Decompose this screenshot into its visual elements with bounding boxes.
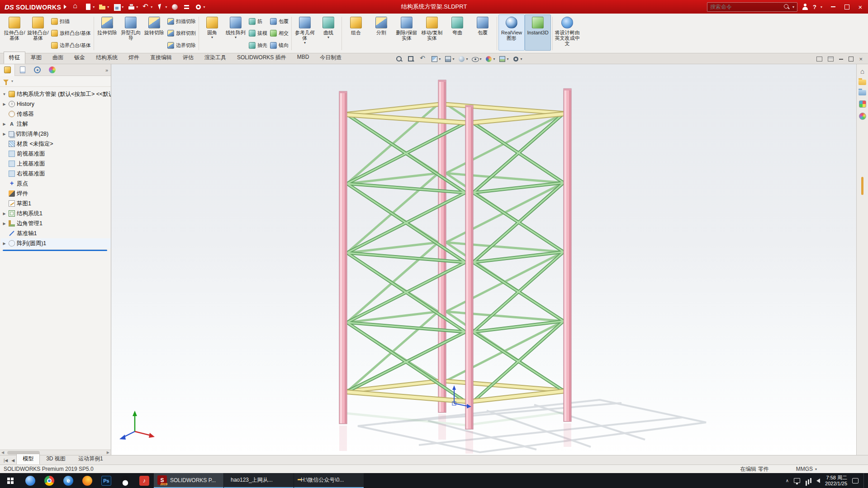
expand-icon[interactable]: ▶	[2, 242, 7, 246]
restore-doc-icon[interactable]	[849, 57, 854, 62]
ribbon-button[interactable]: 包覆	[470, 14, 495, 51]
commandmanager-tab[interactable]: 结构系统	[90, 52, 123, 64]
design-library-icon[interactable]	[859, 80, 866, 85]
chevron-down-icon[interactable]: ▾	[520, 57, 522, 61]
tree-item[interactable]: 右视基准面	[1, 169, 111, 179]
ribbon-button[interactable]: 线性阵列 ▾	[224, 14, 247, 51]
commandmanager-tab[interactable]: SOLIDWORKS 插件	[232, 52, 292, 64]
graphics-viewport[interactable]	[111, 64, 856, 455]
tree-item[interactable]: 上视基准面	[1, 159, 111, 169]
view-toolbar-button[interactable]: ▾	[443, 55, 455, 63]
taskpane-scroll-indicator[interactable]	[861, 177, 863, 195]
tab-feature-manager[interactable]	[0, 64, 15, 76]
taskbar-app-chrome[interactable]	[40, 473, 59, 488]
taskbar-window-button[interactable]: H:\微信公众号\0...	[294, 473, 364, 488]
minimize-doc-icon[interactable]	[839, 59, 843, 60]
commandmanager-tab[interactable]: 草图	[25, 52, 47, 64]
ribbon-button[interactable]: 相交	[270, 30, 289, 37]
commandmanager-tab[interactable]: 直接编辑	[145, 52, 177, 64]
commandmanager-tab[interactable]: 渲染工具	[199, 52, 232, 64]
ribbon-button[interactable]: 边界切除	[167, 42, 196, 49]
expand-icon[interactable]: ▶	[2, 122, 7, 126]
ribbon-button[interactable]: 曲线 ▾	[317, 14, 340, 51]
ribbon-button[interactable]: RealView图形	[498, 14, 525, 51]
filter-funnel-icon[interactable]	[3, 80, 9, 83]
model-3d-view[interactable]	[111, 64, 856, 455]
commandmanager-tab[interactable]: 特征	[4, 52, 25, 64]
chevron-down-icon[interactable]: ▾	[821, 5, 822, 9]
chevron-down-icon[interactable]: ▾	[452, 57, 454, 61]
appearances-scenes-icon[interactable]	[859, 113, 866, 120]
volume-tray-icon[interactable]	[816, 479, 820, 483]
show-desktop-button[interactable]	[863, 473, 866, 488]
commandmanager-tab[interactable]: 曲面	[47, 52, 69, 64]
ribbon-button[interactable]: 移动/复制实体	[419, 14, 445, 51]
tree-item[interactable]: ▶ 结构系统1	[1, 208, 111, 218]
view-toolbar-button[interactable]: ▾	[470, 55, 482, 63]
taskbar-window-button[interactable]: hao123_上网从...	[224, 473, 294, 488]
taskbar-app-edge[interactable]: e	[59, 473, 78, 488]
commandmanager-tab[interactable]: 焊件	[123, 52, 145, 64]
tree-item[interactable]: ▶ 注解	[1, 119, 111, 129]
taskbar-clock[interactable]: 7:58 周二 2022/1/25	[825, 475, 847, 487]
ribbon-button[interactable]: 拔模	[249, 30, 267, 37]
save-button[interactable]: ▾	[112, 1, 125, 12]
ribbon-button[interactable]: 组合	[343, 14, 369, 51]
taskbar-app-music[interactable]: ♪	[135, 473, 154, 488]
tab-appearances[interactable]	[45, 64, 60, 76]
ribbon-button[interactable]: 旋转凸台/基体	[26, 14, 50, 51]
view-toolbar-button[interactable]	[418, 55, 428, 63]
ribbon-button[interactable]: 将设计树由英文改成中文	[554, 14, 580, 51]
taskbar-window-button[interactable]: S2019 SOLIDWORKS P...	[154, 473, 223, 488]
taskbar-app-qq[interactable]	[116, 473, 135, 488]
chevron-down-icon[interactable]: ▾	[792, 5, 794, 9]
taskbar-app-photoshop[interactable]: Ps	[97, 473, 116, 488]
ribbon-button[interactable]: 包覆	[270, 18, 289, 25]
start-button[interactable]	[0, 473, 21, 488]
ribbon-button[interactable]: 边界凸台/基体	[51, 42, 91, 49]
ribbon-button[interactable]: 放样切割	[167, 30, 196, 37]
document-tab[interactable]: 3D 视图	[40, 454, 72, 464]
close-button[interactable]: ×	[854, 0, 867, 14]
tree-item[interactable]: ▶ 阵列(圆周)1	[1, 238, 111, 248]
command-search[interactable]: ▾	[707, 2, 797, 12]
tile-window-icon[interactable]	[828, 57, 834, 62]
commandmanager-tab[interactable]: 评估	[177, 52, 199, 64]
chevron-down-icon[interactable]: ▾	[493, 57, 495, 61]
tab-property-manager[interactable]	[15, 64, 30, 76]
network-tray-icon[interactable]	[805, 478, 811, 483]
ribbon-button[interactable]: 删除/保留实体	[394, 14, 419, 51]
tree-item[interactable]: 草图1	[1, 199, 111, 208]
scroll-tabs-start-icon[interactable]: |◀	[2, 458, 9, 464]
tree-item[interactable]: 材质 <未指定>	[1, 139, 111, 149]
scroll-left-icon[interactable]: ◀	[1, 450, 4, 455]
tree-item[interactable]: ▶ History	[1, 99, 111, 109]
scroll-tabs-left-icon[interactable]: ◀	[9, 458, 16, 464]
view-toolbar-button[interactable]: ▾	[498, 55, 509, 63]
solidworks-resources-icon[interactable]: ⌂	[860, 68, 864, 75]
print-button[interactable]: ▾	[126, 1, 139, 12]
undo-button[interactable]: ▾	[141, 1, 154, 12]
chevron-down-icon[interactable]: ▾	[11, 79, 13, 83]
chevron-down-icon[interactable]: ▾	[439, 57, 441, 61]
ribbon-button[interactable]: 抽壳	[249, 42, 267, 49]
view-toolbar-button[interactable]: ▾	[430, 55, 441, 63]
view-toolbar-button[interactable]	[394, 55, 404, 63]
help-button[interactable]: ?	[813, 4, 816, 10]
tree-item[interactable]: 焊件	[1, 189, 111, 199]
expand-icon[interactable]: ▶	[2, 102, 7, 106]
expand-icon[interactable]: ▶	[2, 222, 7, 226]
document-tab[interactable]: 模型	[16, 454, 40, 464]
ribbon-button[interactable]: 筋	[249, 18, 267, 25]
ribbon-button[interactable]: 参考几何体 ▾	[293, 14, 317, 51]
view-palette-icon[interactable]	[859, 100, 866, 108]
menu-expand-icon[interactable]	[64, 5, 66, 9]
ribbon-button[interactable]: 拉伸凸台/基体	[3, 14, 26, 51]
ribbon-button[interactable]: 放样凸台/基体	[51, 30, 91, 37]
ribbon-button[interactable]: 镜向	[270, 42, 289, 49]
view-toolbar-button[interactable]	[406, 55, 416, 63]
ribbon-button[interactable]: 扫描	[51, 18, 91, 25]
tree-item[interactable]: 传感器	[1, 109, 111, 119]
tree-item[interactable]: ▶ 边角管理1	[1, 218, 111, 228]
commandmanager-tab[interactable]: 今日制造	[314, 52, 347, 64]
